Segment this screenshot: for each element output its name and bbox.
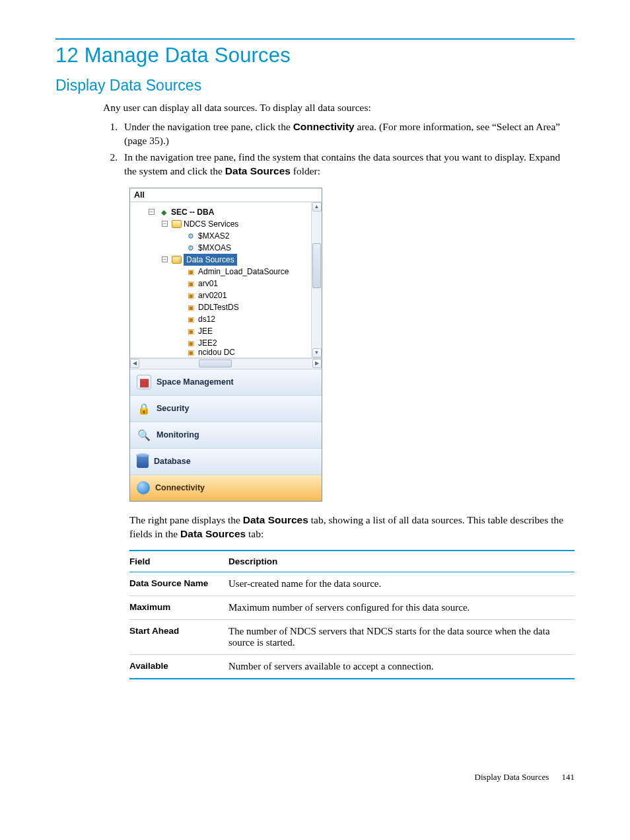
system-icon: ◆ [158,208,169,217]
tree-node-ds-item[interactable]: ▣ Admin_Load_DataSource [133,266,310,278]
table-intro: The right pane displays the Data Sources… [129,514,575,541]
table-row: Start Ahead The number of NDCS servers t… [129,620,575,655]
tree-node-ds-item[interactable]: ▣ arv01 [133,278,310,289]
tree: − ◆ SEC -- DBA − NDCS Services ⚙ $MXAS2 … [130,206,322,356]
scroll-thumb[interactable] [312,243,321,288]
datasource-icon: ▣ [186,267,196,276]
tree-label: NDCS Services [184,218,238,230]
expander-minus-icon[interactable]: − [162,221,168,227]
vertical-scrollbar[interactable]: ▲ ▼ [311,202,322,358]
tree-node-ds-item[interactable]: ▣ JEE2 [133,337,310,349]
datasource-icon: ▣ [186,303,196,312]
tree-node-service[interactable]: ⚙ $MXAS2 [133,230,310,242]
th-description: Description [228,551,575,572]
gear-icon: ⚙ [186,243,196,252]
tree-label: arv01 [198,278,218,289]
field-name: Available [129,655,228,679]
area-selector: ▦ Space Management 🔒 Security 🔍 Monitori… [130,369,322,501]
tree-label: $MXOAS [198,242,231,254]
chapter-heading: 12 Manage Data Sources [55,44,575,67]
folder-closed-icon [172,220,182,228]
scroll-right-icon[interactable]: ▶ [312,359,322,368]
tree-node-ds-item[interactable]: ▣ ds12 [133,313,310,325]
tree-label: ds12 [198,313,215,325]
area-label: Database [154,457,191,466]
table-row: Available Number of servers available to… [129,655,575,679]
globe-icon [137,481,150,494]
page-footer: Display Data Sources 141 [55,772,575,783]
scroll-down-icon[interactable]: ▼ [312,348,322,358]
field-name: Data Source Name [129,572,228,596]
field-name: Maximum [129,596,228,620]
field-desc: Number of servers available to accept a … [228,655,575,679]
scroll-up-icon[interactable]: ▲ [312,202,322,211]
datasource-icon: ▣ [186,291,196,300]
tree-label: Admin_Load_DataSource [198,266,289,278]
field-desc: The number of NDCS servers that NDCS sta… [228,620,575,655]
fields-table: Field Description Data Source Name User-… [129,550,575,679]
tree-label: $MXAS2 [198,230,229,242]
tree-node-ds-item[interactable]: ▣ arv0201 [133,289,310,301]
tree-label-system: SEC -- DBA [171,206,214,218]
datasource-icon: ▣ [186,315,196,324]
area-monitoring[interactable]: 🔍 Monitoring [130,422,322,448]
tree-node-system[interactable]: − ◆ SEC -- DBA [133,206,310,218]
area-label: Security [157,404,189,413]
intro-text: Any user can display all data sources. T… [103,101,575,115]
scroll-left-icon[interactable]: ◀ [130,359,139,368]
tree-header: All [130,188,322,202]
datasource-icon: ▣ [186,326,196,336]
field-desc: User-created name for the data source. [228,572,575,596]
table-row: Data Source Name User-created name for t… [129,572,575,596]
magnifier-icon: 🔍 [137,428,151,442]
bold-data-sources: Data Sources [225,165,291,176]
area-database[interactable]: Database [130,448,322,475]
tree-node-ds-item[interactable]: ▣ ncidou DC [133,349,310,356]
nav-tree-panel: All − ◆ SEC -- DBA − NDCS Services ⚙ $MX… [129,188,322,502]
step-1: Under the navigation tree pane, click th… [120,120,575,148]
tree-node-service[interactable]: ⚙ $MXOAS [133,242,310,254]
scroll-track[interactable] [312,211,322,348]
footer-page-number: 141 [562,772,575,782]
tree-label: JEE2 [198,337,217,349]
gear-icon: ⚙ [186,231,196,241]
top-rule [55,38,575,40]
tree-label-selected: Data Sources [184,254,237,266]
hscroll-thumb[interactable] [199,360,232,367]
steps-list: Under the navigation tree pane, click th… [103,120,575,178]
datasource-icon: ▣ [186,279,196,288]
table-row: Maximum Maximum number of servers config… [129,596,575,620]
horizontal-scrollbar[interactable]: ◀ ▶ [130,358,322,369]
space-management-icon: ▦ [137,375,151,389]
area-label: Monitoring [157,430,199,439]
tree-label: DDLTestDS [198,301,239,313]
area-security[interactable]: 🔒 Security [130,395,322,422]
area-connectivity[interactable]: Connectivity [130,475,322,501]
tree-label: ncidou DC [198,349,235,356]
tree-node-datasources[interactable]: − Data Sources [133,254,310,266]
expander-minus-icon[interactable]: − [162,256,168,262]
folder-open-icon [172,256,182,264]
tree-node-ds-item[interactable]: ▣ DDLTestDS [133,301,310,313]
th-field: Field [129,551,228,572]
datasource-icon: ▣ [186,338,196,348]
tree-body: − ◆ SEC -- DBA − NDCS Services ⚙ $MXAS2 … [130,202,322,358]
tree-node-ds-item[interactable]: ▣ JEE [133,325,310,337]
tree-node-ndcs[interactable]: − NDCS Services [133,218,310,230]
bold-connectivity: Connectivity [293,121,355,132]
database-icon [137,455,149,468]
lock-icon: 🔒 [137,401,151,416]
step-2: In the navigation tree pane, find the sy… [120,151,575,178]
area-label: Connectivity [155,483,205,492]
tree-label: JEE [198,325,213,337]
hscroll-track[interactable] [139,359,312,368]
section-heading: Display Data Sources [55,77,575,95]
datasource-icon: ▣ [186,349,196,356]
area-label: Space Management [157,377,234,387]
expander-minus-icon[interactable]: − [149,209,155,215]
area-space-management[interactable]: ▦ Space Management [130,369,322,395]
field-name: Start Ahead [129,620,228,655]
field-desc: Maximum number of servers configured for… [228,596,575,620]
footer-section: Display Data Sources [475,772,549,782]
tree-label: arv0201 [198,289,227,301]
